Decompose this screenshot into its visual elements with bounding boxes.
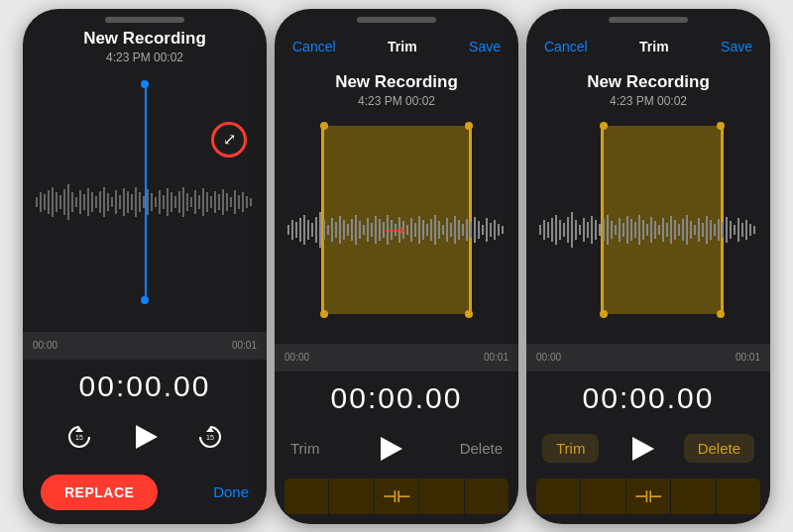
save-button-2[interactable]: Save [469,39,501,54]
svg-rect-132 [619,218,621,242]
timer-1: 00:00.00 [23,360,267,409]
svg-rect-148 [682,219,684,241]
edit-icon-circle[interactable]: ⤢ [211,122,247,158]
svg-rect-134 [626,216,628,244]
svg-rect-45 [214,191,216,213]
svg-rect-9 [71,192,73,212]
svg-rect-98 [450,223,452,237]
svg-rect-147 [678,224,680,236]
svg-rect-139 [646,224,648,236]
svg-rect-140 [650,217,652,243]
svg-rect-141 [654,221,656,239]
svg-rect-18 [107,193,109,211]
svg-rect-57 [287,225,289,235]
cancel-button-2[interactable]: Cancel [292,39,336,54]
svg-rect-103 [470,222,472,238]
svg-rect-115 [551,218,553,242]
svg-rect-121 [575,220,577,240]
skip-back-button-1[interactable]: 15 [65,423,93,451]
svg-rect-28 [147,189,149,215]
svg-rect-110 [498,224,500,236]
svg-rect-100 [458,220,460,240]
trim-controls-3: Trim Delete [526,421,770,479]
svg-rect-126 [595,220,597,240]
svg-rect-33 [167,188,169,216]
timer-text-1: 00:00.00 [79,370,211,402]
replace-button[interactable]: REPLACE [41,475,158,510]
header-1: New Recording 4:23 PM 00:02 [23,23,267,72]
svg-rect-119 [567,217,569,243]
svg-rect-7 [63,189,65,215]
top-bar-2: Cancel Trim Save [275,23,518,66]
svg-rect-95 [438,221,440,239]
svg-rect-30 [155,197,157,207]
svg-rect-64 [315,217,317,243]
recording-meta-3: 4:23 PM 00:02 [610,94,687,108]
svg-rect-2 [44,194,46,210]
svg-rect-122 [579,225,581,235]
delete-action-3[interactable]: Delete [684,434,754,463]
trim-action-3[interactable]: Trim [542,434,599,463]
svg-rect-22 [123,188,125,216]
svg-rect-32 [163,195,165,209]
svg-rect-128 [603,219,605,241]
svg-rect-71 [343,220,345,240]
svg-rect-158 [722,222,724,238]
timeline-end-1: 00:01 [232,340,257,351]
timer-3: 00:00.00 [526,372,770,421]
svg-rect-51 [238,195,240,209]
play-button-1[interactable] [123,415,167,459]
svg-rect-29 [151,193,153,211]
timeline-start-2: 00:00 [284,352,309,363]
svg-rect-113 [543,220,545,240]
skip-forward-button-1[interactable]: 15 [196,423,224,451]
svg-rect-60 [299,218,301,242]
selection-dot-bottom [141,296,149,304]
timeline-labels-2: 00:00 00:01 [284,352,509,363]
timeline-labels-3: 00:00 00:01 [536,352,760,363]
svg-rect-72 [347,224,349,236]
svg-rect-120 [571,212,573,248]
svg-rect-62 [307,220,309,240]
controls-1: 15 15 [23,409,267,467]
svg-rect-163 [741,223,743,237]
svg-rect-166 [753,226,755,234]
svg-rect-34 [170,192,172,212]
svg-rect-133 [623,223,624,237]
timer-text-3: 00:00.00 [583,381,715,414]
play-icon-1 [136,425,158,449]
svg-rect-88 [410,218,412,242]
crop-icon: ⤢ [223,130,236,149]
play-button-3[interactable] [620,427,663,471]
svg-rect-26 [139,192,141,212]
svg-rect-75 [359,221,361,239]
svg-rect-37 [182,187,184,217]
trim-action-2[interactable]: Trim [290,440,319,457]
done-button[interactable]: Done [213,483,249,500]
svg-rect-66 [323,220,325,240]
svg-rect-131 [615,225,617,235]
play-button-2[interactable] [368,427,411,471]
recording-title-2: New Recording [335,72,458,92]
svg-rect-13 [87,188,89,216]
svg-rect-96 [442,225,444,235]
svg-rect-49 [230,197,232,207]
cancel-button-3[interactable]: Cancel [544,39,588,54]
waveform-3 [530,116,766,344]
svg-rect-135 [630,219,632,241]
delete-action-2[interactable]: Delete [460,440,503,457]
svg-rect-10 [75,197,77,207]
save-button-3[interactable]: Save [721,39,752,54]
timer-2: 00:00.00 [275,372,518,421]
svg-rect-114 [547,222,549,238]
svg-rect-59 [295,222,297,238]
svg-rect-106 [482,225,484,235]
svg-rect-48 [226,193,228,211]
timeline-labels-1: 00:00 00:01 [33,340,257,351]
film-cell-5 [465,479,509,514]
svg-rect-36 [178,191,180,213]
svg-rect-138 [642,220,644,240]
recording-meta-2: 4:23 PM 00:02 [358,94,435,108]
bottom-panel-1: REPLACE Done [23,467,267,524]
svg-rect-152 [698,218,700,242]
